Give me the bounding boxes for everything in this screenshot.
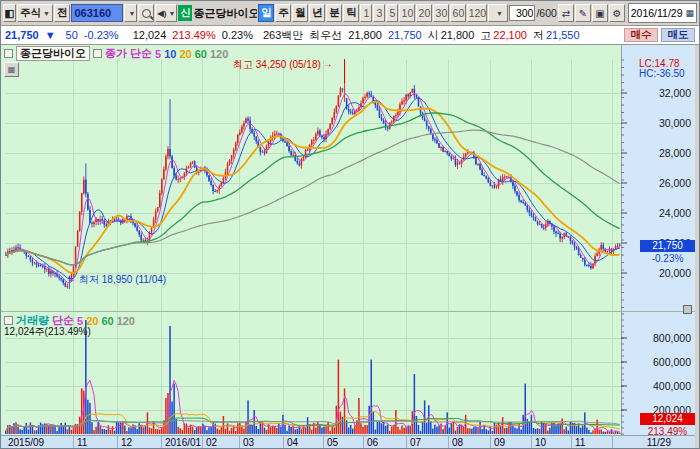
search-icon xyxy=(142,9,151,18)
legend-ma-type: 종가 단순 xyxy=(105,46,152,61)
date-axis-label: 11/29 xyxy=(612,435,695,449)
chevron-down-icon: ▼ xyxy=(496,10,503,17)
price-pane-bg xyxy=(1,45,621,435)
period-month-button[interactable]: 월 xyxy=(292,4,308,22)
minute-120-button[interactable]: 120 xyxy=(467,4,487,22)
legend-ma5[interactable]: 5 xyxy=(155,48,161,60)
period-tick-button[interactable]: 틱 xyxy=(343,4,359,22)
chart-edit-icon[interactable]: ✎ xyxy=(575,4,591,22)
date-axis-label: 2015/09 xyxy=(5,435,73,449)
volume-ma60[interactable]: 60 xyxy=(101,315,113,327)
high-arrow-icon: → xyxy=(323,58,333,72)
chart-grid-icon[interactable]: ▦ xyxy=(4,62,19,77)
minute-60-button[interactable]: 60 xyxy=(450,4,466,22)
chevron-down-icon: ▼ xyxy=(168,10,175,17)
volume-ratio: 213.49% xyxy=(172,29,215,41)
new-stock-badge: 신 xyxy=(178,5,192,21)
period-week-button[interactable]: 주 xyxy=(275,4,291,22)
svg-text:30,000: 30,000 xyxy=(659,117,691,129)
hc-value: HC:-36.50 xyxy=(639,68,685,79)
sell-button[interactable]: 매도 xyxy=(661,28,695,42)
date-axis: 2015/0911122016/010203040506070809101111… xyxy=(1,435,695,449)
speaker-icon: ◀) xyxy=(158,9,167,18)
svg-text:26,000: 26,000 xyxy=(659,177,691,189)
pane-resize-handle-icon[interactable] xyxy=(683,305,692,314)
minute-3-button[interactable]: 3 xyxy=(373,4,385,22)
minute-30-button[interactable]: 30 xyxy=(433,4,449,22)
legend-checkbox-icon[interactable] xyxy=(4,316,13,325)
minute-1-button[interactable]: 1 xyxy=(360,4,372,22)
date-axis-label: 04 xyxy=(283,435,323,449)
legend-ma10[interactable]: 10 xyxy=(164,48,176,60)
date-picker[interactable]: 2016/11/29▦ xyxy=(628,3,697,23)
best-ask: 21,800 xyxy=(348,29,382,41)
down-arrow-icon: ▼ xyxy=(45,29,56,41)
legend-ma60[interactable]: 60 xyxy=(195,48,207,60)
stock-code-input[interactable] xyxy=(71,4,123,22)
search-button[interactable] xyxy=(138,4,154,22)
date-axis-label: 03 xyxy=(239,435,283,449)
open-price: 21,800 xyxy=(441,29,475,41)
chart-canvas[interactable]: 32,00030,00028,00026,00024,00022,00020,0… xyxy=(1,45,699,449)
svg-text:28,000: 28,000 xyxy=(659,147,691,159)
chart-area: 32,00030,00028,00026,00024,00022,00020,0… xyxy=(1,45,699,449)
current-price-tag: 21,750 xyxy=(640,240,695,252)
stock-name: 종근당바이오 xyxy=(193,6,257,21)
minute-20-button[interactable]: 20 xyxy=(416,4,432,22)
best-label: 최우선 xyxy=(309,28,342,43)
main-toolbar: ◧ 주식▼ 전 ▼ ◀)▼ 신 종근당바이오 일 주 월 년 분 틱 1 3 5… xyxy=(1,1,699,26)
minute-10-button[interactable]: 10 xyxy=(399,4,415,22)
price-legend: 종근당바이오 종가 단순 5 10 20 60 120 xyxy=(4,46,228,61)
extra-dropdown[interactable]: ▼ xyxy=(488,4,508,22)
current-volume-tag: 12,024 xyxy=(640,413,695,425)
date-axis-label: 07 xyxy=(406,435,448,449)
period-year-button[interactable]: 년 xyxy=(309,4,325,22)
date-axis-label: 10 xyxy=(531,435,571,449)
bar-max-label: /600 xyxy=(536,7,556,19)
best-bid: 21,750 xyxy=(388,29,422,41)
high-price: 22,100 xyxy=(493,29,527,41)
sound-button[interactable]: ◀)▼ xyxy=(155,4,177,22)
buy-button[interactable]: 매수 xyxy=(624,28,658,42)
asset-type-select[interactable]: 주식▼ xyxy=(17,4,53,22)
date-axis-label: 11 xyxy=(73,435,117,449)
legend-stock-name[interactable]: 종근당바이오 xyxy=(16,46,90,61)
date-axis-label: 02 xyxy=(202,435,239,449)
save-icon[interactable]: ▣ xyxy=(592,4,608,22)
open-label: 시 xyxy=(428,28,439,43)
svg-text:20,000: 20,000 xyxy=(659,267,691,279)
high-label: 고 xyxy=(480,28,491,43)
low-arrow-icon: ← xyxy=(67,273,77,287)
svg-text:800,000: 800,000 xyxy=(653,332,691,344)
svg-text:24,000: 24,000 xyxy=(659,207,691,219)
stock-chart-window: ◧ 주식▼ 전 ▼ ◀)▼ 신 종근당바이오 일 주 월 년 분 틱 1 3 5… xyxy=(0,0,700,449)
low-annotation: ←최저 18,950 (11/04) xyxy=(67,273,166,287)
low-label: 저 xyxy=(533,28,544,43)
calendar-icon: ▦ xyxy=(685,8,694,18)
trade-value: 263백만 xyxy=(263,28,303,43)
settings-gear-icon[interactable]: ⚙ xyxy=(609,4,625,22)
current-price: 21,750 xyxy=(5,29,39,41)
turnover-ratio: 0.23% xyxy=(222,29,253,41)
date-axis-label: 08 xyxy=(448,435,490,449)
chevron-down-icon: ▼ xyxy=(43,10,50,17)
panel-toggle-icon[interactable]: ◧ xyxy=(3,4,16,22)
low-price: 21,550 xyxy=(546,29,580,41)
high-annotation: 최고 34,250 (05/18)→ xyxy=(233,58,333,72)
minute-5-button[interactable]: 5 xyxy=(386,4,398,22)
date-axis-label: 11 xyxy=(571,435,612,449)
volume-ma120[interactable]: 120 xyxy=(117,315,135,327)
code-dropdown-button[interactable]: ▼ xyxy=(124,4,137,22)
period-minute-button[interactable]: 분 xyxy=(326,4,342,22)
legend-checkbox-icon[interactable] xyxy=(93,49,102,58)
continuous-query-icon[interactable]: ⇄ xyxy=(558,4,574,22)
legend-ma20[interactable]: 20 xyxy=(179,48,191,60)
jeon-button[interactable]: 전 xyxy=(54,4,71,22)
date-axis-label: 06 xyxy=(363,435,406,449)
price-change: 50 xyxy=(66,29,78,41)
legend-checkbox-icon[interactable] xyxy=(4,49,13,58)
date-axis-label: 09 xyxy=(490,435,531,449)
period-day-button[interactable]: 일 xyxy=(258,4,274,22)
bar-count-input[interactable] xyxy=(509,5,535,21)
legend-ma120[interactable]: 120 xyxy=(210,48,228,60)
